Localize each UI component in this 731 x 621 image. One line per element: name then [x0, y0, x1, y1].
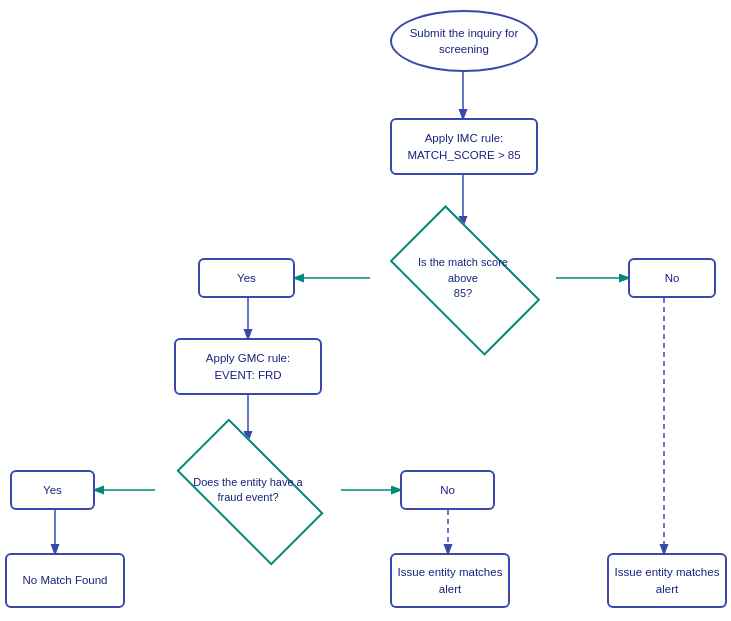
gmc-rule-node: Apply GMC rule:EVENT: FRD	[174, 338, 322, 395]
flowchart-diagram: Submit the inquiry forscreening Apply IM…	[0, 0, 731, 621]
yes1-node: Yes	[198, 258, 295, 298]
no-match-node: No Match Found	[5, 553, 125, 608]
yes2-node: Yes	[10, 470, 95, 510]
start-node: Submit the inquiry forscreening	[390, 10, 538, 72]
issue-alert-right-node: Issue entity matchesalert	[607, 553, 727, 608]
issue-alert-center-node: Issue entity matchesalert	[390, 553, 510, 608]
no1-node: No	[628, 258, 716, 298]
imc-rule-node: Apply IMC rule:MATCH_SCORE > 85	[390, 118, 538, 175]
no2-node: No	[400, 470, 495, 510]
match-score-diamond: Is the match score above85?	[370, 225, 556, 332]
arrows-svg	[0, 0, 731, 621]
fraud-event-diamond: Does the entity have afraud event?	[155, 440, 341, 540]
